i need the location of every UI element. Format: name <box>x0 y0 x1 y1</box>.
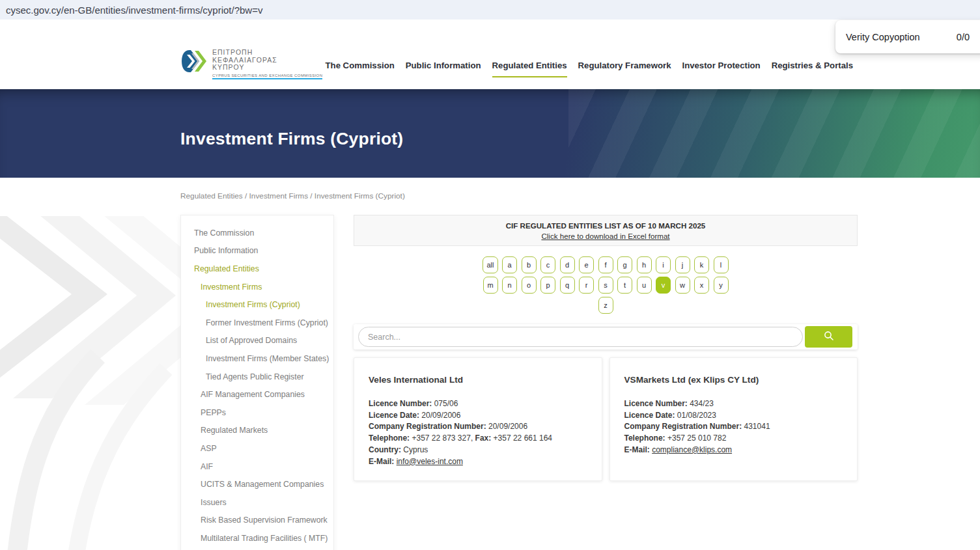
entity-field-licence-number: Licence Number: 434/23 <box>624 398 843 410</box>
sidebar-item-pepps[interactable]: PEPPs <box>181 404 333 422</box>
alphabet-button-n[interactable]: n <box>502 277 517 294</box>
cysec-logo[interactable]: ΕΠΙΤΡΟΠΗ ΚΕΦΑΛΑΙΑΓΟΡΑΣ ΚΥΠΡΟΥ CYPRUS SEC… <box>180 49 322 79</box>
entity-card-veles-international-ltd: Veles International LtdLicence Number: 0… <box>354 357 602 481</box>
find-query-input[interactable]: Verity Copyoption <box>846 32 920 42</box>
entity-field-company-registration-number: Company Registration Number: 431041 <box>624 421 843 433</box>
alphabet-button-g[interactable]: g <box>617 256 632 273</box>
sidebar-item-public-information[interactable]: Public Information <box>181 242 333 260</box>
alphabet-button-y[interactable]: y <box>714 277 729 294</box>
sidebar-item-issuers[interactable]: Issuers <box>181 493 333 512</box>
alphabet-button-m[interactable]: m <box>483 277 498 294</box>
entity-field-telephone: Telephone: +357 25 010 782 <box>624 433 843 445</box>
alphabet-button-all[interactable]: all <box>483 256 497 273</box>
entity-field-country: Country: Cyprus <box>369 445 587 456</box>
alphabet-button-q[interactable]: q <box>560 277 575 294</box>
alphabet-row: z <box>598 297 613 314</box>
alphabet-button-v[interactable]: v <box>656 277 671 294</box>
main-nav: The CommissionPublic InformationRegulate… <box>326 61 853 77</box>
alphabet-button-a[interactable]: a <box>502 256 517 273</box>
entity-email-link[interactable]: info@veles-int.com <box>397 457 463 466</box>
search-bar <box>354 324 858 350</box>
entity-field-licence-date: Licence Date: 01/08/2023 <box>624 410 843 422</box>
logo-subtitle: CYPRUS SECURITIES AND EXCHANGE COMMISSIO… <box>212 74 322 79</box>
nav-regulatory-framework[interactable]: Regulatory Framework <box>578 61 671 77</box>
entity-card-vsmarkets-ltd-ex-klips-cy-ltd: VSMarkets Ltd (ex Klips CY Ltd)Licence N… <box>609 357 858 481</box>
sidebar-item-former-investment-firms-cypriot[interactable]: Former Investment Firms (Cypriot) <box>181 314 333 332</box>
page-url[interactable]: cysec.gov.cy/en-GB/entities/investment-f… <box>6 5 262 16</box>
entity-cards: Veles International LtdLicence Number: 0… <box>354 357 858 481</box>
nav-regulated-entities[interactable]: Regulated Entities <box>492 61 567 77</box>
alphabet-row: mnopqrstuvwxy <box>483 277 729 294</box>
main-content: CIF REGULATED ENTITIES LIST AS OF 10 MAR… <box>354 215 858 481</box>
entity-field-telephone: Telephone: +357 22 873 327, Fax: +357 22… <box>369 433 587 445</box>
excel-download-link[interactable]: Click here to download in Excel format <box>541 232 669 240</box>
alphabet-button-t[interactable]: t <box>617 277 632 294</box>
alphabet-button-p[interactable]: p <box>540 277 555 294</box>
alphabet-button-x[interactable]: x <box>694 277 709 294</box>
nav-investor-protection[interactable]: Investor Protection <box>682 61 760 77</box>
sidebar-item-aif-management-companies[interactable]: AIF Management Companies <box>181 385 333 404</box>
alphabet-button-r[interactable]: r <box>579 277 594 294</box>
alphabet-button-i[interactable]: i <box>656 256 671 273</box>
sidebar-item-aif[interactable]: AIF <box>181 458 333 476</box>
search-button[interactable] <box>805 326 852 348</box>
find-match-count: 0/0 <box>957 32 970 42</box>
alphabet-button-o[interactable]: o <box>522 277 537 294</box>
search-icon <box>824 331 834 343</box>
sidebar-item-regulated-entities[interactable]: Regulated Entities <box>181 260 333 278</box>
sidebar-item-the-commission[interactable]: The Commission <box>181 224 333 242</box>
hero-banner: Investment Firms (Cypriot) <box>0 89 980 178</box>
find-in-page-bar[interactable]: Verity Copyoption 0/0 <box>835 20 980 53</box>
alphabet-button-z[interactable]: z <box>598 297 613 314</box>
search-input[interactable] <box>358 327 803 347</box>
page-title: Investment Firms (Cypriot) <box>180 129 403 149</box>
alphabet-filter: allabcdefghijklmnopqrstuvwxyz <box>354 256 858 314</box>
cif-list-header: CIF REGULATED ENTITIES LIST AS OF 10 MAR… <box>354 215 858 246</box>
alphabet-button-k[interactable]: k <box>694 256 709 273</box>
alphabet-button-u[interactable]: u <box>637 277 652 294</box>
alphabet-button-e[interactable]: e <box>579 256 594 273</box>
sidebar-menu: The CommissionPublic InformationRegulate… <box>180 215 334 550</box>
alphabet-button-b[interactable]: b <box>522 256 537 273</box>
alphabet-button-h[interactable]: h <box>637 256 652 273</box>
alphabet-button-w[interactable]: w <box>675 277 690 294</box>
nav-public-information[interactable]: Public Information <box>406 61 481 77</box>
breadcrumb[interactable]: Regulated Entities / Investment Firms / … <box>180 191 405 200</box>
alphabet-button-j[interactable]: j <box>675 256 690 273</box>
sidebar-item-ucits-management-companies[interactable]: UCITS & Management Companies <box>181 475 333 493</box>
cif-list-title: CIF REGULATED ENTITIES LIST AS OF 10 MAR… <box>506 221 706 230</box>
cysec-logo-icon <box>180 49 208 77</box>
entity-field-e-mail: E-Mail: info@veles-int.com <box>369 456 587 468</box>
logo-line-1: ΕΠΙΤΡΟΠΗ <box>212 49 322 57</box>
entity-field-e-mail: E-Mail: compliance@klips.com <box>624 445 843 456</box>
entity-email-link[interactable]: compliance@klips.com <box>652 445 732 454</box>
entity-field-licence-date: Licence Date: 20/09/2006 <box>369 410 587 422</box>
entity-name: VSMarkets Ltd (ex Klips CY Ltd) <box>624 375 843 385</box>
alphabet-button-c[interactable]: c <box>540 256 555 273</box>
sidebar-item-list-of-approved-domains[interactable]: List of Approved Domains <box>181 332 333 350</box>
sidebar-item-investment-firms[interactable]: Investment Firms <box>181 278 333 296</box>
nav-the-commission[interactable]: The Commission <box>326 61 395 77</box>
sidebar-item-investment-firms-cypriot[interactable]: Investment Firms (Cypriot) <box>181 296 333 314</box>
page: cysec.gov.cy/en-GB/entities/investment-f… <box>0 0 980 550</box>
alphabet-button-d[interactable]: d <box>560 256 575 273</box>
sidebar-item-risk-based-supervision-framework[interactable]: Risk Based Supervision Framework <box>181 512 333 530</box>
sidebar-item-regulated-markets[interactable]: Regulated Markets <box>181 422 333 440</box>
logo-text: ΕΠΙΤΡΟΠΗ ΚΕΦΑΛΑΙΑΓΟΡΑΣ ΚΥΠΡΟΥ CYPRUS SEC… <box>212 49 322 79</box>
logo-line-3: ΚΥΠΡΟΥ <box>212 64 322 72</box>
entity-name: Veles International Ltd <box>369 375 587 385</box>
sidebar-item-tied-agents-public-register[interactable]: Tied Agents Public Register <box>181 368 333 386</box>
sidebar-item-investment-firms-member-states[interactable]: Investment Firms (Member States) <box>181 350 333 368</box>
alphabet-button-s[interactable]: s <box>598 277 613 294</box>
browser-address-bar[interactable]: cysec.gov.cy/en-GB/entities/investment-f… <box>0 0 980 20</box>
entity-field-licence-number: Licence Number: 075/06 <box>369 398 587 410</box>
alphabet-row: allabcdefghijkl <box>483 256 728 273</box>
site-header: ΕΠΙΤΡΟΠΗ ΚΕΦΑΛΑΙΑΓΟΡΑΣ ΚΥΠΡΟΥ CYPRUS SEC… <box>0 20 980 89</box>
nav-registries-portals[interactable]: Registries & Portals <box>772 61 853 77</box>
alphabet-button-f[interactable]: f <box>598 256 613 273</box>
alphabet-button-l[interactable]: l <box>714 256 729 273</box>
entity-field-company-registration-number: Company Registration Number: 20/09/2006 <box>369 421 587 433</box>
sidebar-item-multilateral-trading-facilities-mtf[interactable]: Multilateral Trading Facilities ( MTF) <box>181 529 333 547</box>
sidebar-item-asp[interactable]: ASP <box>181 439 333 458</box>
